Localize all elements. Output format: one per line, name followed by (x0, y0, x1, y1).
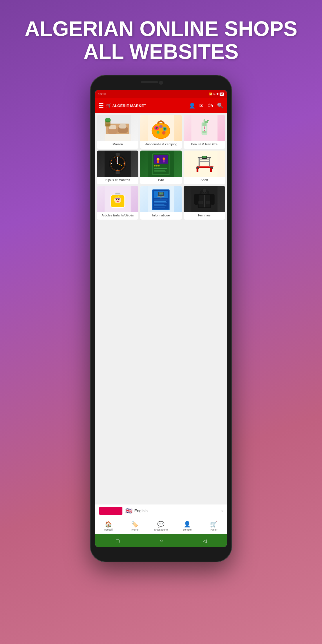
app-bar-actions: 👤 ✉ 🛍 🔍 (189, 102, 223, 109)
accueil-icon: 🏠 (105, 521, 112, 528)
promo-icon: 🏷️ (131, 521, 138, 528)
svg-point-85 (162, 193, 163, 194)
hamburger-menu-icon[interactable]: ☰ (99, 102, 104, 109)
bluetooth-icon: ✱ (216, 93, 219, 95)
svg-rect-42 (116, 153, 120, 156)
category-beaute[interactable]: Beauté & bien être (184, 115, 225, 149)
nav-compte[interactable]: 👤 compte (174, 521, 200, 531)
android-navigation: ▢ ○ ◁ (95, 534, 227, 547)
category-maison-label: Maison (111, 141, 124, 146)
svg-point-13 (159, 125, 163, 128)
svg-rect-59 (198, 158, 200, 167)
svg-point-48 (157, 158, 160, 161)
phone-screen: 18:32 📶 ◎ ✱ 96 ☰ 🛒 ALGÉRIE MARKET 👤 ✉ (95, 90, 227, 547)
svg-rect-93 (154, 205, 167, 206)
language-color-indicator (99, 507, 122, 515)
category-enfants[interactable]: Articles Enfants/Bébés (97, 186, 138, 220)
status-bar: 18:32 📶 ◎ ✱ 96 (95, 90, 227, 98)
category-beaute-image (184, 115, 225, 141)
category-sport-image (184, 151, 225, 177)
femmes-placeholder (184, 186, 225, 212)
app-logo: 🛒 ALGÉRIE MARKET (106, 103, 146, 108)
svg-rect-101 (194, 194, 198, 205)
compte-icon: 👤 (184, 521, 191, 528)
svg-point-75 (118, 199, 120, 200)
panier-icon: 🛒 (210, 521, 217, 528)
message-icon[interactable]: ✉ (199, 102, 204, 109)
svg-point-27 (204, 128, 205, 129)
svg-rect-91 (154, 202, 167, 203)
android-home-circle[interactable]: ○ (160, 538, 163, 543)
status-time: 18:32 (98, 92, 106, 96)
randonnee-placeholder (140, 115, 182, 141)
category-bijoux-label: Bijoux et montres (104, 177, 131, 182)
android-back-square[interactable]: ▢ (115, 538, 120, 544)
wifi-icon: ◎ (213, 93, 216, 95)
svg-rect-25 (203, 119, 205, 122)
app-title: ALGÉRIE MARKET (112, 104, 146, 108)
category-sport-label: Sport (199, 177, 209, 182)
category-sport[interactable]: Sport (184, 151, 225, 184)
user-icon[interactable]: 👤 (189, 102, 195, 109)
svg-text:★★★: ★★★ (154, 164, 160, 167)
phone-speaker (141, 81, 158, 83)
status-icons: 📶 ◎ ✱ 96 (209, 93, 224, 96)
category-randonnee-label: Randonnée & camping (144, 141, 178, 146)
svg-rect-68 (196, 168, 198, 172)
category-livre-image: ★★★ (140, 151, 182, 177)
nav-panier[interactable]: 🛒 Panier (200, 521, 227, 531)
nav-accueil[interactable]: 🏠 Accueil (95, 521, 122, 531)
nav-promo[interactable]: 🏷️ Promo (122, 521, 148, 531)
svg-point-26 (204, 126, 205, 128)
svg-point-84 (160, 193, 161, 194)
svg-rect-24 (207, 120, 209, 121)
language-bar[interactable]: 🇬🇧 English › (95, 504, 227, 517)
svg-point-43 (117, 163, 118, 164)
svg-point-8 (105, 118, 111, 122)
signal-icon: 📶 (209, 93, 212, 95)
category-femmes-image (184, 186, 225, 212)
category-informatique[interactable]: Informatique (140, 186, 182, 220)
svg-point-105 (202, 189, 206, 193)
svg-rect-5 (119, 124, 126, 129)
category-maison[interactable]: Maison (97, 115, 138, 149)
category-livre-label: livre (157, 177, 165, 182)
phone-body: 18:32 📶 ◎ ✱ 96 ☰ 🛒 ALGÉRIE MARKET 👤 ✉ (90, 75, 232, 562)
bijoux-placeholder (97, 151, 138, 177)
android-back-arrow[interactable]: ◁ (203, 538, 207, 544)
svg-rect-89 (154, 200, 168, 200)
svg-rect-98 (204, 195, 205, 207)
svg-point-40 (111, 163, 112, 164)
enfants-placeholder (97, 186, 138, 212)
cart-logo-icon: 🛒 (106, 103, 111, 108)
category-bijoux[interactable]: Bijoux et montres (97, 151, 138, 184)
svg-rect-90 (154, 201, 166, 202)
messagerie-icon: 💬 (157, 521, 164, 528)
category-beaute-label: Beauté & bien être (190, 141, 219, 146)
categories-grid: Maison (97, 115, 225, 220)
livre-placeholder: ★★★ (140, 151, 182, 177)
bag-icon[interactable]: 🛍 (208, 102, 213, 109)
messagerie-label: Messagerie (154, 528, 168, 531)
promo-label: Promo (131, 528, 139, 531)
nav-messagerie[interactable]: 💬 Messagerie (148, 521, 174, 531)
svg-point-16 (162, 131, 166, 135)
svg-point-39 (117, 169, 118, 170)
header-title: ALGERIAN ONLINE SHOPS ALL WEBSITES (0, 17, 322, 63)
svg-rect-88 (162, 196, 164, 197)
category-femmes[interactable]: Femmes (184, 186, 225, 220)
svg-rect-6 (105, 134, 131, 141)
battery-indicator: 96 (220, 93, 224, 96)
svg-rect-67 (202, 156, 206, 158)
compte-label: compte (183, 528, 192, 531)
category-livre[interactable]: ★★★ livre (140, 151, 182, 184)
category-randonnee[interactable]: Randonnée & camping (140, 115, 182, 149)
informatique-placeholder (140, 186, 182, 212)
category-randonnee-image (140, 115, 182, 141)
maison-placeholder (97, 115, 138, 141)
search-icon[interactable]: 🔍 (217, 102, 223, 109)
category-informatique-image (140, 186, 182, 212)
category-femmes-label: Femmes (197, 212, 212, 217)
svg-point-74 (116, 199, 117, 200)
svg-rect-54 (154, 170, 165, 171)
